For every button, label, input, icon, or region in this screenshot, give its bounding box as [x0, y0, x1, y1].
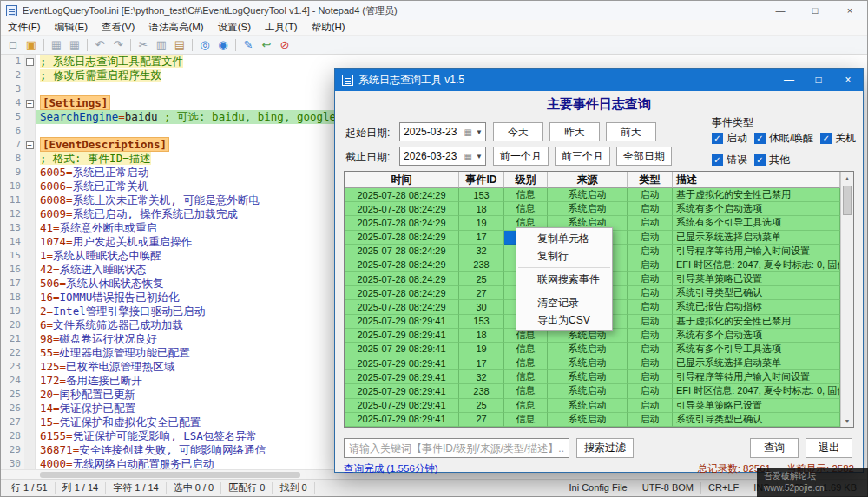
table-cell[interactable]: 2025-07-29 08:29:41 [345, 399, 459, 413]
copy-icon[interactable]: ▥ [153, 36, 170, 54]
quick-date-button[interactable]: 全部日期 [616, 147, 672, 166]
context-menu-item[interactable]: 清空记录 [516, 294, 612, 311]
table-cell[interactable]: 启动 [628, 399, 673, 413]
table-row[interactable]: 2025-07-29 08:29:4117信息系统启动启动已显示系统选择启动菜单 [345, 356, 840, 370]
table-cell[interactable]: 2025-07-28 08:24:29 [345, 300, 459, 314]
column-header[interactable]: 来源 [548, 172, 628, 188]
chevron-down-icon[interactable]: ▼ [473, 128, 485, 136]
column-header[interactable]: 时间 [345, 172, 459, 188]
table-cell[interactable]: 引导菜单策略已设置 [673, 272, 840, 286]
table-cell[interactable]: 信息 [504, 399, 548, 413]
menu-item[interactable]: 帮助(H) [305, 21, 352, 34]
table-cell[interactable]: 引导程序等待用户输入时间设置 [673, 370, 840, 384]
notepad-titlebar[interactable]: EventLogQueryTool.ini [E:\python_test\C#… [1, 1, 867, 20]
table-cell[interactable]: 已显示系统选择启动菜单 [673, 356, 840, 370]
table-cell[interactable]: 系统启动 [548, 356, 628, 370]
table-cell[interactable]: 系统有多个启动选项 [673, 329, 840, 343]
context-menu-item[interactable]: 复制行 [516, 247, 612, 265]
menu-item[interactable]: 设置(S) [211, 21, 258, 34]
paste-icon[interactable]: ▤ [171, 36, 188, 54]
context-menu-item[interactable]: 联网搜索事件 [516, 271, 612, 288]
replace-icon[interactable]: ◉ [214, 36, 232, 54]
table-cell[interactable]: 信息 [504, 384, 548, 398]
table-row[interactable]: 2025-07-28 08:24:2918信息系统启动启动系统有多个启动选项 [345, 202, 840, 216]
table-row[interactable]: 2025-07-29 08:29:4125信息系统启动启动引导菜单策略已设置 [345, 399, 840, 413]
quick-date-button[interactable]: 前天 [606, 122, 656, 141]
table-cell[interactable]: 19 [459, 343, 504, 356]
table-cell[interactable]: 启动 [628, 216, 673, 230]
find-icon[interactable]: ◎ [196, 36, 214, 54]
table-cell[interactable]: 信息 [504, 413, 548, 427]
query-tool-minimize-icon[interactable]: — [774, 69, 804, 91]
table-cell[interactable]: 系统启动 [548, 413, 628, 427]
column-header[interactable]: 描述 [673, 172, 840, 188]
fold-toggle-icon[interactable]: − [26, 141, 34, 149]
table-cell[interactable]: 基于虚拟化的安全性已禁用 [673, 315, 840, 329]
menu-item[interactable]: 查看(V) [95, 21, 141, 34]
table-cell[interactable]: 153 [459, 188, 504, 202]
save-copy-icon[interactable]: ▦ [66, 36, 83, 54]
table-cell[interactable]: 启动 [628, 231, 673, 245]
table-cell[interactable]: 系统有多个引导工具选项 [673, 216, 840, 230]
table-cell[interactable]: 启动 [628, 370, 673, 384]
redo-icon[interactable]: ↷ [109, 36, 127, 54]
table-cell[interactable]: 启动 [628, 315, 673, 329]
table-cell[interactable]: 启动 [628, 188, 673, 202]
table-cell[interactable]: 系统启动 [548, 384, 628, 398]
horizontal-scrollbar-thumb[interactable] [40, 472, 300, 478]
chevron-down-icon[interactable]: ▼ [473, 153, 485, 160]
save-icon[interactable]: ▦ [48, 36, 65, 54]
menu-item[interactable]: 编辑(E) [48, 21, 95, 34]
table-cell[interactable]: 已显示系统选择启动菜单 [673, 231, 840, 245]
context-menu-item[interactable]: 复制单元格 [516, 230, 612, 247]
scroll-up-icon[interactable]: ▲ [841, 172, 853, 184]
quick-date-button[interactable]: 今天 [493, 122, 543, 141]
table-cell[interactable]: 启动 [628, 300, 673, 314]
edit-mode-icon[interactable]: ✎ [240, 36, 257, 54]
exit-icon[interactable]: ⊘ [276, 36, 293, 54]
table-row[interactable]: 2025-07-29 08:29:4127信息系统启动启动系统引导类型已确认 [345, 413, 840, 427]
table-row[interactable]: 2025-07-28 08:24:29153信息系统启动启动基于虚拟化的安全性已… [345, 188, 840, 202]
status-segment[interactable]: UTF-8 BOM [635, 482, 701, 494]
fold-toggle-icon[interactable]: − [26, 58, 34, 66]
column-header[interactable]: 事件ID [459, 172, 504, 188]
table-cell[interactable]: 引导程序等待用户输入时间设置 [673, 245, 840, 258]
table-cell[interactable]: 2025-07-29 08:29:41 [345, 343, 459, 356]
table-cell[interactable]: 系统有多个启动选项 [673, 202, 840, 216]
scroll-down-icon[interactable]: ▼ [841, 415, 853, 427]
table-cell[interactable]: 2025-07-28 08:24:29 [345, 188, 459, 202]
quick-date-button[interactable]: 前三个月 [555, 147, 610, 166]
table-cell[interactable]: 启动 [628, 356, 673, 370]
table-row[interactable]: 2025-07-29 08:29:4132信息系统启动启动引导程序等待用户输入时… [345, 370, 840, 384]
query-tool-close-icon[interactable]: × [833, 69, 863, 91]
open-folder-icon[interactable]: ▣ [23, 36, 40, 54]
table-cell[interactable]: 系统已报告启动指标 [673, 300, 840, 314]
table-cell[interactable]: 启动 [628, 202, 673, 216]
table-cell[interactable]: 信息 [504, 343, 548, 356]
table-cell[interactable]: 2025-07-29 08:29:41 [345, 384, 459, 398]
context-menu-item[interactable]: 导出为CSV [516, 311, 612, 329]
table-cell[interactable]: 27 [459, 286, 504, 300]
table-cell[interactable]: 17 [459, 356, 504, 370]
table-cell[interactable]: 2025-07-28 08:24:29 [345, 258, 459, 272]
table-cell[interactable]: 信息 [504, 202, 548, 216]
table-scrollbar-thumb[interactable] [843, 186, 852, 215]
table-cell[interactable]: 系统启动 [548, 343, 628, 356]
end-date-picker[interactable]: 2026-03-23 ▦ ▼ [399, 147, 486, 166]
table-cell[interactable]: 信息 [504, 356, 548, 370]
table-cell[interactable]: 2025-07-29 08:29:41 [345, 329, 459, 343]
cut-icon[interactable]: ✂ [135, 36, 152, 54]
table-cell[interactable]: 引导菜单策略已设置 [673, 399, 840, 413]
table-cell[interactable]: 信息 [504, 370, 548, 384]
undo-icon[interactable]: ↶ [91, 36, 108, 54]
quick-date-button[interactable]: 前一个月 [493, 147, 549, 166]
menu-item[interactable]: 工具(T) [258, 21, 305, 34]
table-cell[interactable]: 32 [459, 245, 504, 258]
table-cell[interactable]: 启动 [628, 343, 673, 356]
table-row[interactable]: 2025-07-29 08:29:4119信息系统启动启动系统有多个引导工具选项 [345, 343, 840, 356]
table-cell[interactable]: 2025-07-28 08:24:29 [345, 272, 459, 286]
table-cell[interactable]: 2025-07-28 08:24:29 [345, 202, 459, 216]
table-cell[interactable]: 238 [459, 258, 504, 272]
table-cell[interactable]: 2025-07-29 08:29:41 [345, 356, 459, 370]
table-cell[interactable]: 启动 [628, 258, 673, 272]
